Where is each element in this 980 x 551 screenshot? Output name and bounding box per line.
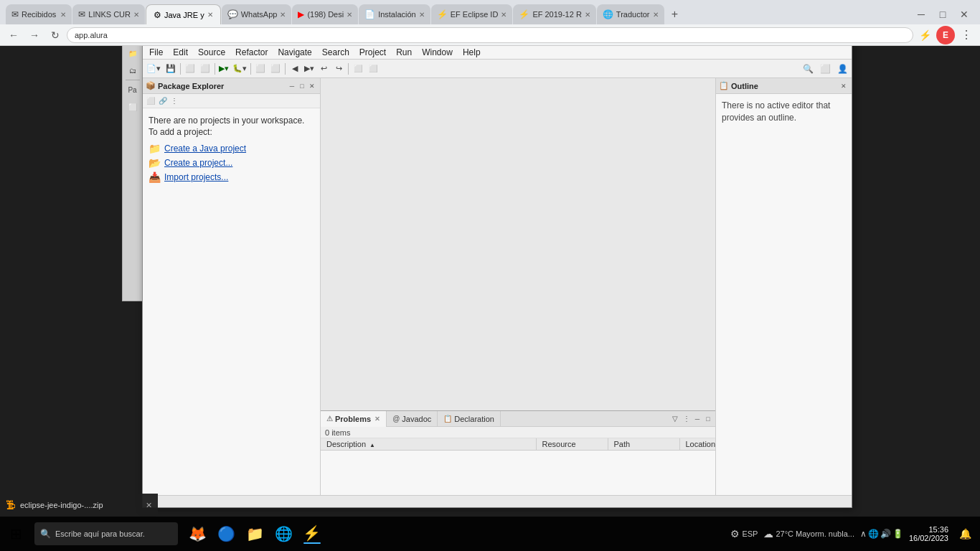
menu-navigate[interactable]: Navigate bbox=[273, 47, 316, 58]
clock-date: 16/02/2023 bbox=[909, 534, 948, 542]
taskbar-search[interactable]: 🔍 Escribe aquí para buscar. bbox=[34, 522, 178, 545]
gmail-tab-close[interactable]: ✕ bbox=[60, 11, 66, 19]
col-description[interactable]: Description ▲ bbox=[321, 438, 536, 451]
browser-forward[interactable]: → bbox=[25, 26, 44, 44]
tab-links[interactable]: ✉ LINKS CUR ✕ bbox=[72, 4, 145, 24]
problems-tab[interactable]: ⚠ Problems ✕ bbox=[321, 411, 387, 427]
package-explorer-minimize[interactable]: ─ bbox=[287, 81, 297, 91]
col-location[interactable]: Location bbox=[679, 438, 715, 451]
toolbar-new[interactable]: 📄▾ bbox=[144, 61, 163, 77]
toolbar-search-btn[interactable]: 🔍 bbox=[800, 61, 816, 77]
bottom-menu-btn[interactable]: ⋮ bbox=[682, 413, 692, 425]
browser-menu[interactable]: ⋮ bbox=[957, 26, 976, 44]
toolbar-btn1[interactable]: ⬜ bbox=[183, 62, 197, 76]
browser-close[interactable]: ✕ bbox=[954, 4, 974, 24]
toolbar-redo[interactable]: ↪ bbox=[331, 62, 346, 76]
pe-menu-btn[interactable]: ⋮ bbox=[169, 96, 179, 106]
notification-btn[interactable]: 🔔 bbox=[954, 523, 976, 545]
tab-instalacion[interactable]: 📄 Instalación ✕ bbox=[359, 4, 430, 24]
menu-search[interactable]: Search bbox=[317, 47, 354, 58]
browser-extensions[interactable]: ⚡ bbox=[915, 26, 934, 44]
whatsapp-tab-close[interactable]: ✕ bbox=[280, 11, 286, 19]
toolbar-back[interactable]: ◀ bbox=[288, 62, 302, 76]
tab-java[interactable]: ⚙ Java JRE y ✕ bbox=[146, 4, 221, 24]
eclipse1-tab-close[interactable]: ✕ bbox=[501, 11, 507, 19]
toolbar-undo[interactable]: ↩ bbox=[316, 62, 331, 76]
pe-link-btn[interactable]: 🔗 bbox=[157, 95, 169, 107]
taskbar-firefox[interactable]: 🦊 bbox=[184, 520, 211, 547]
instalacion-tab-close[interactable]: ✕ bbox=[419, 11, 425, 19]
java-tab-close[interactable]: ✕ bbox=[207, 11, 213, 19]
battery-icon: 🔋 bbox=[892, 529, 903, 539]
tab-youtube[interactable]: ▶ (198) Desi ✕ bbox=[292, 4, 358, 24]
toolbar-forward[interactable]: ▶▾ bbox=[303, 61, 316, 77]
taskbar-weather[interactable]: ☁ 27°C Mayorm. nubla... bbox=[760, 528, 857, 540]
notification-close-btn[interactable]: ✕ bbox=[146, 501, 152, 510]
toolbar-run[interactable]: ▶▾ bbox=[217, 61, 230, 77]
taskbar-edge[interactable]: 🌐 bbox=[270, 520, 297, 547]
col-resource[interactable]: Resource bbox=[536, 438, 608, 451]
create-java-link[interactable]: 📁 Create a Java project bbox=[149, 141, 314, 156]
menu-run[interactable]: Run bbox=[391, 47, 417, 58]
tab-whatsapp[interactable]: 💬 WhatsApp ✕ bbox=[222, 4, 292, 24]
mini-sidebar-btn-3[interactable]: Pa bbox=[124, 82, 141, 98]
toolbar-btn3[interactable]: ⬜ bbox=[253, 62, 268, 76]
chevron-up-icon[interactable]: ∧ bbox=[860, 529, 867, 539]
toolbar-save[interactable]: 💾 bbox=[164, 62, 178, 76]
editor-area[interactable] bbox=[321, 78, 715, 410]
toolbar-btn6[interactable]: ⬜ bbox=[366, 62, 380, 76]
browser-maximize[interactable]: □ bbox=[933, 4, 953, 24]
taskbar-clock[interactable]: 15:36 16/02/2023 bbox=[906, 525, 951, 542]
toolbar-perspective-btn[interactable]: ⬜ bbox=[817, 61, 833, 77]
package-explorer-maximize[interactable]: □ bbox=[297, 81, 307, 91]
taskbar-eclipse-app[interactable]: ⚡ bbox=[298, 523, 325, 545]
toolbar-btn4[interactable]: ⬜ bbox=[268, 62, 283, 76]
toolbar-debug[interactable]: 🐛▾ bbox=[231, 61, 248, 77]
toolbar-btn2[interactable]: ⬜ bbox=[198, 62, 212, 76]
toolbar-btn5[interactable]: ⬜ bbox=[351, 62, 365, 76]
tab-traductor[interactable]: 🌐 Traductor ✕ bbox=[597, 4, 664, 24]
links-tab-close[interactable]: ✕ bbox=[133, 11, 139, 19]
create-project-link[interactable]: 📂 Create a project... bbox=[149, 156, 314, 170]
declaration-tab[interactable]: 📋 Declaration bbox=[438, 411, 501, 427]
taskbar-chrome[interactable]: 🔵 bbox=[212, 520, 240, 547]
toolbar-help-btn[interactable]: 👤 bbox=[834, 61, 850, 77]
col-path[interactable]: Path bbox=[608, 438, 679, 451]
import-projects-link[interactable]: 📥 Import projects... bbox=[149, 170, 314, 184]
menu-source[interactable]: Source bbox=[193, 47, 230, 58]
outline-content: There is no active editor that provides … bbox=[716, 94, 852, 495]
tab-eclipse2[interactable]: ⚡ EF 2019-12 R ✕ bbox=[513, 4, 595, 24]
outline-close[interactable]: ✕ bbox=[839, 81, 849, 91]
pe-collapse-btn[interactable]: ⬜ bbox=[145, 95, 156, 107]
address-bar[interactable]: app.alura bbox=[67, 27, 913, 43]
youtube-tab-close[interactable]: ✕ bbox=[347, 11, 352, 19]
browser-minimize[interactable]: ─ bbox=[911, 4, 931, 24]
taskbar-eclipse-icon: ⚡ bbox=[303, 524, 321, 542]
new-tab-button[interactable]: + bbox=[665, 4, 685, 24]
package-explorer-close[interactable]: ✕ bbox=[307, 81, 317, 91]
menu-refactor[interactable]: Refactor bbox=[230, 47, 273, 58]
menu-project[interactable]: Project bbox=[354, 47, 391, 58]
mini-sidebar-btn-4[interactable]: ⬜ bbox=[124, 99, 141, 115]
browser-profile[interactable]: E bbox=[936, 26, 955, 44]
menu-help[interactable]: Help bbox=[458, 47, 486, 58]
browser-back[interactable]: ← bbox=[4, 26, 23, 44]
bottom-maximize-btn[interactable]: □ bbox=[703, 413, 713, 425]
mini-sidebar-btn-1[interactable]: 📁 bbox=[124, 45, 141, 61]
bottom-minimize-btn[interactable]: ─ bbox=[692, 413, 702, 425]
browser-refresh[interactable]: ↻ bbox=[46, 26, 65, 44]
bottom-filter-btn[interactable]: ▽ bbox=[669, 413, 681, 425]
tab-eclipse1[interactable]: ⚡ EF Eclipse ID ✕ bbox=[431, 4, 513, 24]
mini-sidebar-btn-2[interactable]: 🗂 bbox=[124, 62, 141, 78]
javadoc-tab[interactable]: @ Javadoc bbox=[387, 411, 438, 427]
menu-edit[interactable]: Edit bbox=[168, 47, 193, 58]
menu-file[interactable]: File bbox=[144, 47, 168, 58]
menu-window[interactable]: Window bbox=[417, 47, 458, 58]
problems-tab-close[interactable]: ✕ bbox=[374, 415, 380, 423]
taskbar-files[interactable]: 📁 bbox=[241, 520, 268, 547]
eclipse2-tab-close[interactable]: ✕ bbox=[585, 11, 590, 19]
javadoc-tab-icon: @ bbox=[392, 415, 400, 423]
tab-gmail[interactable]: ✉ Recibidos ✕ bbox=[6, 4, 72, 24]
start-button[interactable]: ⊞ bbox=[0, 517, 32, 551]
traductor-tab-close[interactable]: ✕ bbox=[653, 11, 659, 19]
